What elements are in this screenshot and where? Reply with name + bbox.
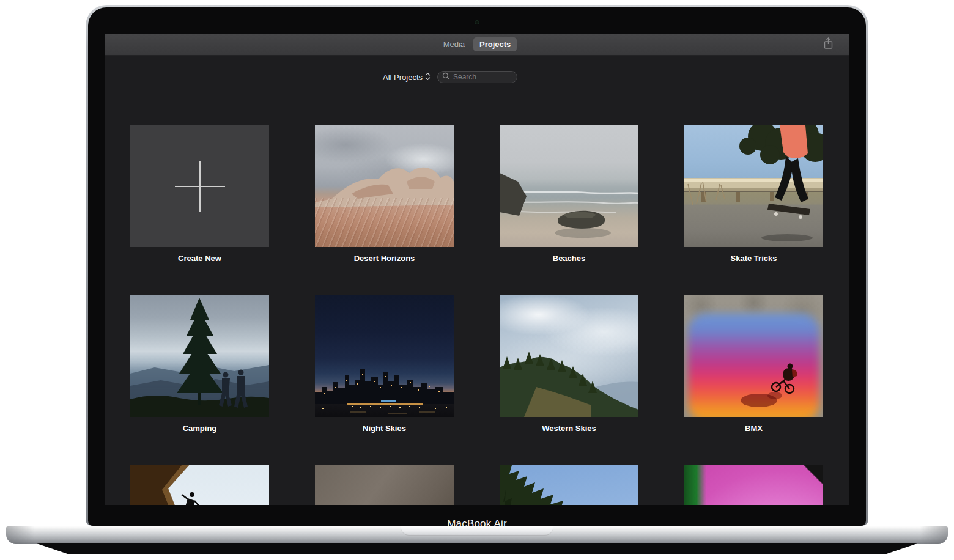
plus-icon: [175, 186, 225, 187]
tab-projects[interactable]: Projects: [473, 37, 517, 51]
laptop-base-shadow: [37, 543, 917, 554]
search-icon: [442, 72, 450, 83]
project-thumbnail: [684, 125, 823, 247]
share-button[interactable]: [821, 37, 835, 52]
project-tile-partial-3[interactable]: [500, 465, 638, 505]
project-title: Night Skies: [315, 424, 454, 433]
project-thumbnail: [315, 295, 454, 417]
project-thumbnail: [130, 465, 269, 505]
project-title: Camping: [130, 424, 269, 433]
project-thumbnail: [315, 125, 454, 247]
project-tile-desert-horizons[interactable]: Desert Horizons: [315, 125, 454, 263]
project-title: Beaches: [500, 254, 638, 263]
toolbar: Media Projects: [105, 34, 849, 56]
project-title: Skate Tricks: [684, 254, 823, 263]
project-thumbnail: [315, 465, 454, 505]
webcam-icon: [475, 20, 479, 24]
project-tile-camping[interactable]: Camping: [130, 295, 269, 433]
project-tile-western-skies[interactable]: Western Skies: [500, 295, 638, 433]
project-title: Western Skies: [500, 424, 638, 433]
macbook-mockup: MacBook Air Media Projects All Project: [0, 0, 954, 560]
project-tile-skate-tricks[interactable]: Skate Tricks: [684, 125, 823, 263]
project-tile-partial-2[interactable]: [315, 465, 454, 505]
project-tile-partial-1[interactable]: [130, 465, 269, 505]
projects-grid: Create New Desert Horizons: [130, 125, 823, 505]
project-tile-night-skies[interactable]: Night Skies: [315, 295, 454, 433]
project-title: Desert Horizons: [315, 254, 454, 263]
search-input[interactable]: [453, 73, 512, 81]
project-tile-beaches[interactable]: Beaches: [500, 125, 638, 263]
project-title: BMX: [684, 424, 823, 433]
project-thumbnail: [500, 125, 638, 247]
share-icon: [822, 36, 835, 53]
project-tile-bmx[interactable]: BMX: [684, 295, 823, 433]
project-thumbnail: [130, 295, 269, 417]
imovie-window: Media Projects All Projects: [105, 34, 849, 505]
search-field[interactable]: [437, 71, 517, 83]
scope-label: All Projects: [383, 73, 423, 82]
project-thumbnail: [684, 295, 823, 417]
filter-row: All Projects: [105, 71, 822, 83]
lid-notch: [401, 526, 553, 536]
project-thumbnail: [500, 295, 638, 417]
project-title: Create New: [130, 254, 269, 263]
project-scope-dropdown[interactable]: All Projects: [383, 73, 431, 82]
project-thumbnail: [684, 465, 823, 505]
laptop-base: [6, 526, 948, 544]
project-tile-partial-4[interactable]: [684, 465, 823, 505]
tab-media[interactable]: Media: [437, 37, 471, 51]
chevron-up-down-icon: [425, 73, 431, 82]
create-new-thumbnail: [130, 125, 269, 247]
project-thumbnail: [500, 465, 638, 505]
project-tile-create-new[interactable]: Create New: [130, 125, 269, 263]
